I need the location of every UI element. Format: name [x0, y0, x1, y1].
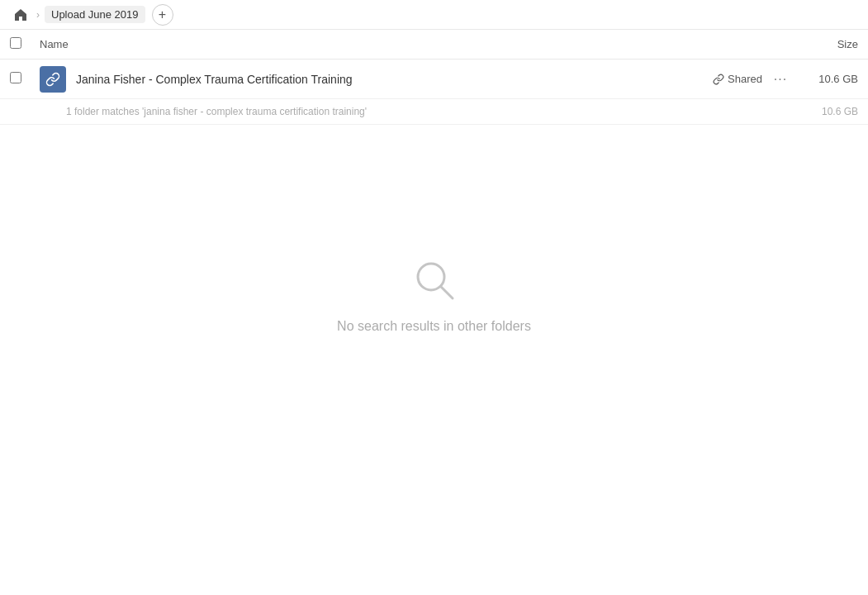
match-info-text: 1 folder matches 'janina fisher - comple…	[66, 106, 792, 117]
file-name: Janina Fisher - Complex Trauma Certifica…	[76, 73, 713, 86]
breadcrumb-chevron: ›	[36, 9, 40, 21]
header-checkbox[interactable]	[10, 37, 30, 51]
no-results-icon	[411, 257, 458, 306]
file-icon	[40, 66, 66, 93]
empty-state: No search results in other folders	[0, 257, 868, 334]
file-checkbox[interactable]	[10, 72, 21, 83]
home-button[interactable]	[10, 4, 31, 26]
file-actions: Shared ···	[713, 68, 792, 91]
link-shared-icon	[713, 74, 724, 85]
add-button[interactable]: +	[152, 4, 173, 26]
match-info-row: 1 folder matches 'janina fisher - comple…	[0, 99, 868, 125]
column-size-header: Size	[792, 38, 858, 50]
shared-badge: Shared	[713, 73, 762, 85]
empty-state-text: No search results in other folders	[337, 319, 531, 334]
file-row[interactable]: Janina Fisher - Complex Trauma Certifica…	[0, 60, 868, 99]
table-header: Name Size	[0, 30, 868, 60]
breadcrumb-current-folder[interactable]: Upload June 2019	[45, 6, 145, 23]
column-name-header: Name	[40, 38, 792, 50]
folder-icon-box	[40, 66, 66, 93]
shared-label: Shared	[728, 73, 762, 85]
row-checkbox[interactable]	[10, 72, 30, 86]
file-size: 10.6 GB	[792, 73, 858, 85]
select-all-checkbox[interactable]	[10, 37, 21, 49]
link-icon	[45, 72, 60, 87]
more-button[interactable]: ···	[769, 68, 792, 91]
breadcrumb-bar: › Upload June 2019 +	[0, 0, 868, 30]
svg-line-1	[441, 287, 453, 298]
match-info-size: 10.6 GB	[792, 106, 858, 117]
